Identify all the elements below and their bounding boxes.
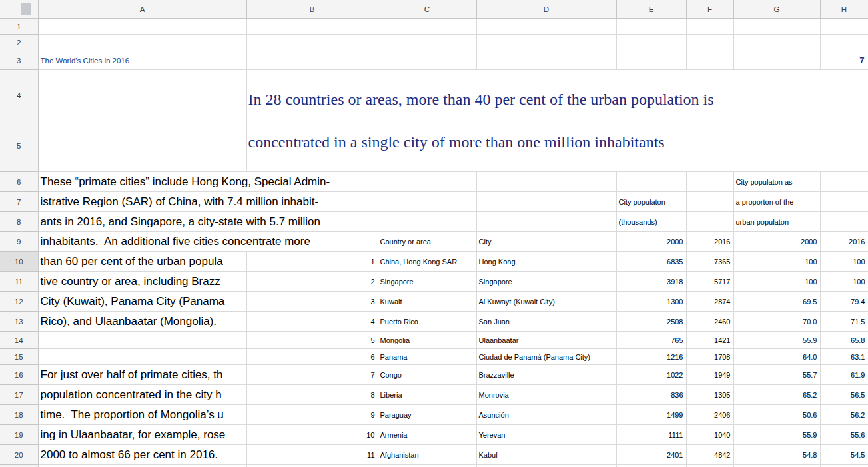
row-header[interactable]: 12 xyxy=(0,292,38,312)
row-header[interactable]: 1 xyxy=(0,19,38,35)
city-cell[interactable]: Ciudad de Panamá (Panama City) xyxy=(476,349,616,365)
cell[interactable] xyxy=(616,19,686,35)
pop-2000-cell[interactable]: 2508 xyxy=(616,312,686,332)
country-cell[interactable]: Armenia xyxy=(378,425,476,445)
row-header[interactable]: 10 xyxy=(0,252,38,272)
column-header-h[interactable]: H xyxy=(820,0,868,19)
pop-2000-cell[interactable]: 1499 xyxy=(616,405,686,425)
cell[interactable] xyxy=(820,192,868,212)
cell[interactable] xyxy=(378,35,476,51)
row-header[interactable]: 9 xyxy=(0,232,38,252)
pop-header-line1-cell[interactable]: City populaton xyxy=(616,192,686,212)
body-text-cell[interactable]: time. The proportion of Mongolia’s u xyxy=(38,405,246,425)
body-text-cell[interactable]: tive country or area, including Brazz xyxy=(38,272,246,292)
body-text-cell[interactable]: These “primate cities” include Hong Kong… xyxy=(38,172,378,192)
country-cell[interactable]: Puerto Rico xyxy=(378,312,476,332)
pop-2016-cell[interactable]: 1708 xyxy=(686,349,733,365)
city-cell[interactable]: Hong Kong xyxy=(476,252,616,272)
pop-2016-cell[interactable]: 5717 xyxy=(686,272,733,292)
column-header-d[interactable]: D xyxy=(476,0,616,19)
cell[interactable] xyxy=(246,19,378,35)
select-all-corner[interactable] xyxy=(0,0,38,19)
pop-2016-cell[interactable]: 1305 xyxy=(686,385,733,405)
prop-2000-cell[interactable]: 55.9 xyxy=(733,425,820,445)
prop-2000-cell[interactable]: 70.0 xyxy=(733,312,820,332)
row-header[interactable]: 16 xyxy=(0,365,38,385)
row-header[interactable]: 7 xyxy=(0,192,38,212)
body-text-cell[interactable]: ants in 2016, and Singapore, a city-stat… xyxy=(38,212,378,232)
cell[interactable] xyxy=(378,172,476,192)
pop-2000-cell[interactable]: 3918 xyxy=(616,272,686,292)
cell[interactable] xyxy=(38,35,246,51)
country-cell[interactable]: Congo xyxy=(378,365,476,385)
country-cell[interactable]: Paraguay xyxy=(378,405,476,425)
pop-2000-cell[interactable]: 836 xyxy=(616,385,686,405)
pop-2000-cell[interactable]: 765 xyxy=(616,332,686,349)
country-cell[interactable]: Mongolia xyxy=(378,332,476,349)
pop-2016-cell[interactable]: 2460 xyxy=(686,312,733,332)
rank-cell[interactable]: 8 xyxy=(246,385,378,405)
rank-cell[interactable]: 12 xyxy=(246,465,378,467)
country-cell[interactable]: China, Hong Kong SAR xyxy=(378,252,476,272)
city-cell[interactable]: Luanda xyxy=(476,465,616,467)
prop-year-2000-cell[interactable]: 2000 xyxy=(733,232,820,252)
row-header[interactable]: 14 xyxy=(0,332,38,349)
prop-2000-cell[interactable]: 50.6 xyxy=(733,405,820,425)
pop-2000-cell[interactable]: 6835 xyxy=(616,252,686,272)
cell[interactable] xyxy=(38,121,246,172)
pop-2000-cell[interactable]: 2401 xyxy=(616,445,686,465)
row-header[interactable]: 13 xyxy=(0,312,38,332)
body-text-cell[interactable]: population concentrated in the city h xyxy=(38,385,246,405)
prop-2000-cell[interactable]: 55.7 xyxy=(733,365,820,385)
body-text-cell[interactable]: Rico), and Ulaanbaatar (Mongolia). xyxy=(38,312,246,332)
prop-2016-cell[interactable]: 54.5 xyxy=(820,445,868,465)
cell[interactable] xyxy=(733,51,820,70)
column-header-f[interactable]: F xyxy=(686,0,733,19)
pop-2016-cell[interactable]: 1949 xyxy=(686,365,733,385)
cell[interactable] xyxy=(246,35,378,51)
rank-cell[interactable]: 6 xyxy=(246,349,378,365)
pop-2000-cell[interactable]: 1111 xyxy=(616,425,686,445)
rank-cell[interactable]: 9 xyxy=(246,405,378,425)
row-header[interactable]: 2 xyxy=(0,35,38,51)
city-cell[interactable]: Monrovia xyxy=(476,385,616,405)
pop-2016-cell[interactable]: 4842 xyxy=(686,445,733,465)
prop-2000-cell[interactable]: 64.0 xyxy=(733,349,820,365)
body-text-cell[interactable]: inhabitants. An additional five cities c… xyxy=(38,232,378,252)
cell[interactable] xyxy=(733,35,820,51)
prop-2016-cell[interactable]: 100 xyxy=(820,252,868,272)
pop-2016-cell[interactable]: 2874 xyxy=(686,292,733,312)
prop-header-line3-cell[interactable]: urban populaton xyxy=(733,212,820,232)
pop-2016-cell[interactable]: 7365 xyxy=(686,252,733,272)
rank-cell[interactable]: 2 xyxy=(246,272,378,292)
row-header[interactable]: 4 xyxy=(0,70,38,121)
rank-cell[interactable]: 3 xyxy=(246,292,378,312)
cell[interactable] xyxy=(476,172,616,192)
pop-year-2016-cell[interactable]: 2016 xyxy=(686,232,733,252)
city-cell[interactable]: Kabul xyxy=(476,445,616,465)
rank-cell[interactable]: 4 xyxy=(246,312,378,332)
prop-header-line1-cell[interactable]: City populaton as xyxy=(733,172,820,192)
cell[interactable] xyxy=(820,212,868,232)
pop-2016-cell[interactable]: 1421 xyxy=(686,332,733,349)
prop-2016-cell[interactable]: 63.1 xyxy=(820,349,868,365)
cell[interactable] xyxy=(820,35,868,51)
pop-2016-cell[interactable]: 5737 xyxy=(686,465,733,467)
cell[interactable] xyxy=(378,51,476,70)
pop-2016-cell[interactable]: 1040 xyxy=(686,425,733,445)
pop-2000-cell[interactable]: 2591 xyxy=(616,465,686,467)
country-cell[interactable]: Afghanistan xyxy=(378,445,476,465)
city-cell[interactable]: Yerevan xyxy=(476,425,616,445)
body-text-cell[interactable]: City (Kuwait), Panama City (Panama xyxy=(38,292,246,312)
column-header-b[interactable]: B xyxy=(246,0,378,19)
cell[interactable] xyxy=(686,35,733,51)
rank-cell[interactable]: 7 xyxy=(246,365,378,385)
country-cell[interactable]: Angola xyxy=(378,465,476,467)
cell[interactable] xyxy=(38,70,246,121)
cell[interactable] xyxy=(476,212,616,232)
cell[interactable] xyxy=(378,192,476,212)
prop-2016-cell[interactable]: 65.8 xyxy=(820,332,868,349)
rank-cell[interactable]: 11 xyxy=(246,445,378,465)
row-header[interactable]: 8 xyxy=(0,212,38,232)
city-cell[interactable]: Al Kuwayt (Kuwait City) xyxy=(476,292,616,312)
